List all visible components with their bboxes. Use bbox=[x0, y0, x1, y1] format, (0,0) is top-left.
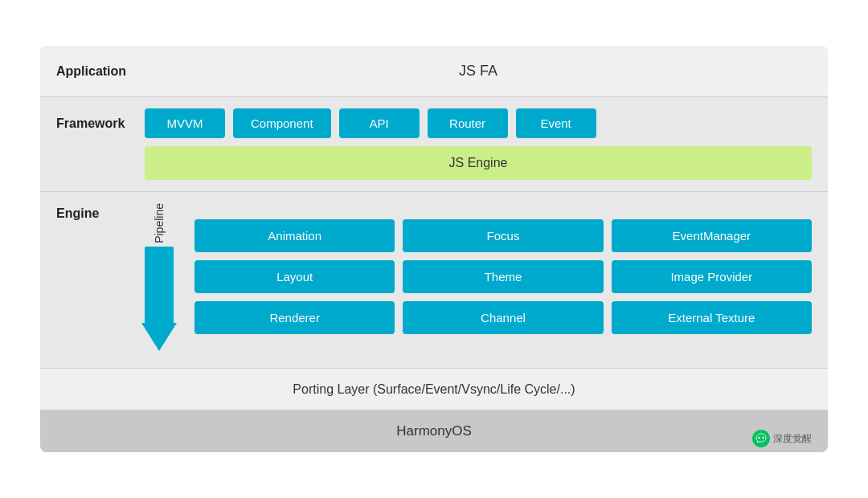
engine-box-externaltexture: External Texture bbox=[612, 301, 812, 334]
framework-engine-row: JS Engine bbox=[56, 146, 812, 180]
svg-point-1 bbox=[762, 437, 764, 439]
pipeline-arrow: Pipeline bbox=[145, 203, 174, 351]
porting-layer: Porting Layer (Surface/Event/Vsync/Life … bbox=[40, 369, 828, 410]
framework-box-mvvm: MVVM bbox=[145, 108, 225, 138]
porting-text: Porting Layer (Surface/Event/Vsync/Life … bbox=[293, 382, 575, 397]
arrow-head bbox=[141, 323, 177, 351]
diagram-container: Application JS FA Framework MVVM Compone… bbox=[40, 46, 828, 452]
engine-box-focus: Focus bbox=[403, 219, 603, 252]
framework-boxes: MVVM Component API Router Event bbox=[145, 108, 812, 138]
engine-box-renderer: Renderer bbox=[194, 301, 395, 334]
engine-label: Engine bbox=[56, 203, 145, 221]
wechat-badge: 深度觉醒 bbox=[752, 430, 812, 447]
wechat-icon bbox=[752, 430, 770, 447]
arrow-container bbox=[145, 247, 174, 351]
engine-box-theme: Theme bbox=[403, 260, 603, 293]
framework-layer: Framework MVVM Component API Router Even… bbox=[40, 97, 828, 192]
framework-box-component: Component bbox=[233, 108, 331, 138]
engine-box-channel: Channel bbox=[403, 301, 603, 334]
application-content: JS FA bbox=[145, 56, 812, 86]
framework-top-row: Framework MVVM Component API Router Even… bbox=[56, 108, 812, 138]
jsengine-box: JS Engine bbox=[145, 146, 812, 180]
svg-point-0 bbox=[758, 437, 760, 439]
wechat-text: 深度觉醒 bbox=[773, 432, 812, 446]
framework-box-router: Router bbox=[428, 108, 508, 138]
engine-grid: Animation Focus EventManager Layout Them… bbox=[194, 219, 812, 334]
engine-box-imageprovider: Image Provider bbox=[612, 260, 812, 293]
engine-box-layout: Layout bbox=[194, 260, 395, 293]
engine-box-eventmanager: EventManager bbox=[612, 219, 812, 252]
harmonyos-layer: HarmonyOS 深度觉醒 bbox=[40, 410, 828, 452]
arrow-shaft bbox=[145, 247, 174, 323]
application-layer: Application JS FA bbox=[40, 46, 828, 97]
pipeline-label: Pipeline bbox=[153, 203, 166, 243]
engine-layer: Engine Pipeline Animation Focus EventMan… bbox=[40, 192, 828, 369]
application-label: Application bbox=[56, 64, 145, 79]
jsfa-box: JS FA bbox=[443, 56, 514, 86]
harmonyos-text: HarmonyOS bbox=[396, 423, 472, 439]
framework-box-event: Event bbox=[516, 108, 596, 138]
engine-box-animation: Animation bbox=[194, 219, 395, 252]
framework-label: Framework bbox=[56, 116, 145, 131]
engine-content: Pipeline Animation Focus EventManager La… bbox=[145, 203, 812, 351]
framework-box-api: API bbox=[339, 108, 420, 138]
